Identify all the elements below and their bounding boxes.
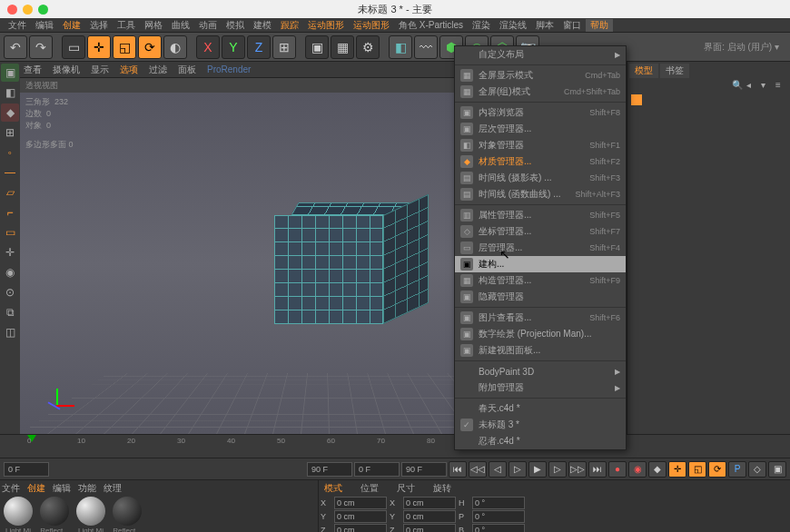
menu-item-6[interactable]: ▣层次管理器... bbox=[455, 121, 626, 137]
menu-item-21[interactable]: ▣新建视图面板... bbox=[455, 342, 626, 359]
texture-mode[interactable]: ◆ bbox=[1, 103, 19, 122]
minimize-window-button[interactable] bbox=[23, 5, 33, 15]
render-region[interactable]: ▦ bbox=[331, 35, 354, 59]
poly-mode[interactable]: ▱ bbox=[1, 183, 19, 202]
expand-icon[interactable]: ▾ bbox=[761, 80, 774, 93]
coord-rot-0[interactable] bbox=[472, 497, 525, 509]
menu-6[interactable]: 曲线 bbox=[167, 19, 194, 32]
menu-item-8[interactable]: ◆材质管理器...Shift+F2 bbox=[455, 153, 626, 170]
coord-pos-1[interactable] bbox=[334, 510, 387, 523]
y-axis-lock[interactable]: Y bbox=[222, 35, 245, 59]
scale-key-button[interactable]: ◱ bbox=[688, 461, 706, 478]
cube-primitive[interactable]: ◧ bbox=[389, 35, 412, 59]
recent-tool[interactable]: ◐ bbox=[163, 35, 187, 59]
menu-item-0[interactable]: 自定义布局▶ bbox=[455, 46, 626, 63]
render-settings[interactable]: ⚙ bbox=[356, 35, 380, 59]
close-window-button[interactable] bbox=[7, 5, 17, 15]
timeline-ruler[interactable]: 0102030405060708090 bbox=[0, 434, 790, 458]
menu-item-15[interactable]: ▣建构... bbox=[455, 256, 626, 272]
anim-mode-button[interactable]: ▣ bbox=[768, 461, 786, 478]
menu-5[interactable]: 网格 bbox=[140, 19, 167, 32]
menu-2[interactable]: 创建 bbox=[58, 19, 85, 32]
menu-10[interactable]: 跟踪 bbox=[276, 19, 303, 32]
menu-item-28[interactable]: 忍者.c4d * bbox=[455, 433, 626, 449]
mat-tab-1[interactable]: 创建 bbox=[27, 482, 45, 495]
play-back-button[interactable]: ▷ bbox=[509, 461, 527, 478]
make-editable[interactable]: ▣ bbox=[1, 64, 19, 82]
material-0[interactable]: Light.Mi bbox=[2, 497, 35, 532]
menu-18[interactable]: 帮助 bbox=[586, 19, 613, 32]
menu-item-14[interactable]: ▭层管理器...Shift+F4 bbox=[455, 240, 626, 256]
pos-key-button[interactable]: ✛ bbox=[668, 461, 686, 478]
menu-15[interactable]: 渲染线 bbox=[495, 19, 531, 32]
record-button[interactable]: ● bbox=[608, 461, 627, 478]
vp-menu-6[interactable]: ProRender bbox=[207, 64, 251, 74]
select-tool[interactable]: ▭ bbox=[62, 35, 85, 59]
keyframe-sel-button[interactable]: ◆ bbox=[648, 461, 667, 478]
coord-rot-1[interactable] bbox=[472, 510, 525, 523]
scale-tool[interactable]: ◱ bbox=[113, 35, 136, 59]
menu-item-19[interactable]: ▣图片查看器...Shift+F6 bbox=[455, 310, 626, 326]
menu-item-5[interactable]: ▣内容浏览器Shift+F8 bbox=[455, 104, 626, 121]
menu-16[interactable]: 脚本 bbox=[531, 19, 558, 32]
cube-object[interactable] bbox=[274, 202, 420, 329]
bookmark-tab[interactable]: 书签 bbox=[660, 64, 689, 78]
rotate-tool[interactable]: ⟳ bbox=[138, 35, 162, 59]
mat-tab-2[interactable]: 编辑 bbox=[53, 482, 71, 495]
x-axis-lock[interactable]: X bbox=[196, 35, 220, 59]
snap-settings[interactable]: ⧉ bbox=[1, 303, 19, 321]
range-end-field[interactable] bbox=[307, 462, 352, 477]
coord-pos-2[interactable] bbox=[334, 524, 387, 532]
goto-end-button[interactable]: ⏭ bbox=[588, 461, 607, 478]
maximize-window-button[interactable] bbox=[38, 5, 48, 15]
menu-item-24[interactable]: 附加管理器▶ bbox=[455, 379, 626, 396]
object-tab[interactable]: 模型 bbox=[629, 64, 658, 78]
menu-item-2[interactable]: ▦全屏显示模式Cmd+Tab bbox=[455, 67, 626, 84]
menu-9[interactable]: 建模 bbox=[249, 19, 276, 32]
pla-key-button[interactable]: ◇ bbox=[748, 461, 766, 478]
snap-toggle[interactable]: ⊙ bbox=[1, 283, 19, 301]
param-key-button[interactable]: P bbox=[728, 461, 746, 478]
axis-mode[interactable]: ✛ bbox=[1, 243, 19, 261]
vp-menu-2[interactable]: 显示 bbox=[91, 64, 109, 76]
menu-item-16[interactable]: ▦构造管理器...Shift+F9 bbox=[455, 272, 626, 289]
vp-menu-4[interactable]: 过滤 bbox=[149, 64, 167, 76]
menu-3[interactable]: 选择 bbox=[85, 19, 113, 32]
material-3[interactable]: Reflect... bbox=[111, 497, 143, 532]
menu-17[interactable]: 窗口 bbox=[558, 19, 586, 32]
material-1[interactable]: Reflect... bbox=[38, 497, 71, 532]
menu-item-23[interactable]: BodyPaint 3D▶ bbox=[455, 363, 626, 379]
menu-7[interactable]: 动画 bbox=[194, 19, 222, 32]
menu-item-10[interactable]: ▤时间线 (函数曲线) ...Shift+Alt+F3 bbox=[455, 186, 626, 202]
move-tool[interactable]: ✛ bbox=[87, 35, 111, 59]
current-frame-field[interactable] bbox=[354, 462, 400, 477]
menu-item-20[interactable]: ▣数字绘景 (Projection Man)... bbox=[455, 326, 626, 342]
coord-system[interactable]: ⊞ bbox=[272, 35, 296, 59]
next-key-button[interactable]: ▷▷ bbox=[568, 461, 587, 478]
coord-rot-2[interactable] bbox=[472, 524, 525, 532]
viewport-solo[interactable]: ◉ bbox=[1, 263, 19, 281]
model-mode[interactable]: ◧ bbox=[1, 84, 19, 102]
vp-menu-1[interactable]: 摄像机 bbox=[53, 64, 80, 76]
redo-button[interactable]: ↷ bbox=[29, 35, 53, 59]
vp-menu-5[interactable]: 面板 bbox=[178, 64, 196, 76]
menu-1[interactable]: 编辑 bbox=[31, 19, 58, 32]
menu-item-17[interactable]: ▣隐藏管理器 bbox=[455, 289, 626, 305]
filter-icon[interactable]: ◂ bbox=[746, 80, 759, 93]
coord-size-1[interactable] bbox=[403, 510, 456, 523]
rot-key-button[interactable]: ⟳ bbox=[708, 461, 726, 478]
edge-mode[interactable]: — bbox=[1, 163, 19, 182]
coord-tab-mode[interactable]: 模式 bbox=[324, 482, 342, 495]
menu-11[interactable]: 运动图形 bbox=[303, 19, 349, 32]
next-frame-button[interactable]: ▷ bbox=[548, 461, 567, 478]
render-view[interactable]: ▣ bbox=[305, 35, 329, 59]
end-frame-field[interactable] bbox=[401, 462, 447, 477]
goto-start-button[interactable]: ⏮ bbox=[449, 461, 467, 478]
point-mode[interactable]: ◦ bbox=[1, 143, 19, 162]
workplane-settings[interactable]: ◫ bbox=[1, 323, 19, 341]
menu-14[interactable]: 渲染 bbox=[468, 19, 495, 32]
menu-item-3[interactable]: ▦全屏(组)模式Cmd+Shift+Tab bbox=[455, 84, 626, 100]
menu-item-7[interactable]: ◧对象管理器Shift+F1 bbox=[455, 137, 626, 153]
menu-4[interactable]: 工具 bbox=[113, 19, 140, 32]
prev-key-button[interactable]: ◁◁ bbox=[469, 461, 487, 478]
